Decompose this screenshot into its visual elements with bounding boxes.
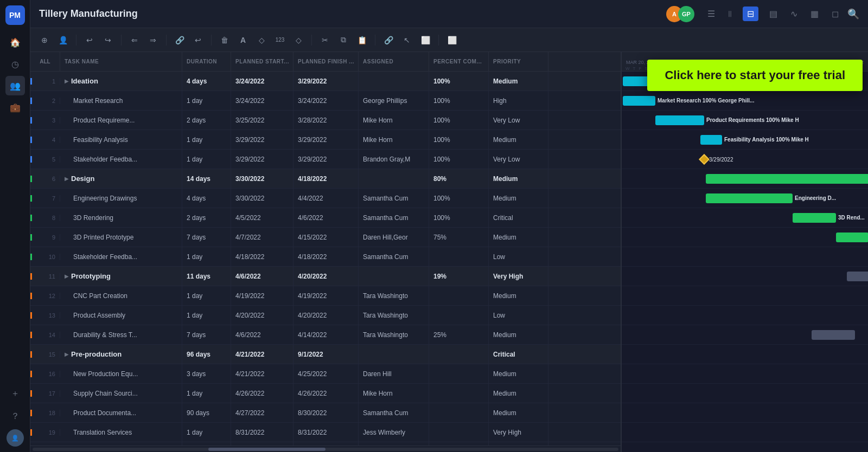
table-row[interactable]: 16New Production Equ...3 days4/21/20224/… (30, 364, 621, 384)
gantt-bar[interactable]: Market Research 100% George Phill... (623, 96, 655, 106)
undo-button[interactable]: ↩ (82, 33, 97, 48)
col-header-assigned[interactable]: ASSIGNED (359, 52, 429, 71)
table-row[interactable]: 5Stakeholder Feedba...1 day3/29/20223/29… (30, 150, 621, 169)
gantt-bar[interactable]: 3D Rend... (793, 213, 836, 223)
table-row[interactable]: 10Stakeholder Feedba...1 day4/18/20224/1… (30, 247, 621, 267)
task-name-cell[interactable]: Translation Services (60, 423, 182, 442)
task-name-cell[interactable]: Engineering Drawings (60, 189, 182, 208)
table-row[interactable]: 14Durability & Stress T...7 days4/6/2022… (30, 325, 621, 345)
gantt-full-icon[interactable]: ⊟ (743, 7, 758, 21)
table-row[interactable]: 4Feasibility Analysis1 day3/29/20223/29/… (30, 130, 621, 150)
task-name-cell[interactable]: Supply Chain Sourci... (60, 384, 182, 403)
table-row[interactable]: 6▶Design14 days3/30/20224/18/202280%Medi… (30, 169, 621, 189)
task-name-cell[interactable]: 3D Printed Prototype (60, 228, 182, 247)
col-header-finish[interactable]: PLANNED FINISH ... (293, 52, 359, 71)
free-trial-banner[interactable]: Click here to start your free trial (647, 60, 863, 91)
calendar-view-icon[interactable]: ▦ (808, 7, 821, 21)
search-icon[interactable]: 🔍 (847, 8, 859, 20)
task-name-cell[interactable]: ▶Ideation (60, 72, 182, 91)
task-name-cell[interactable]: New Production Equ... (60, 364, 182, 383)
table-row[interactable]: 15▶Pre-production96 days4/21/20229/1/202… (30, 345, 621, 364)
document-view-icon[interactable]: ◻ (829, 7, 841, 21)
col-header-percent[interactable]: PERCENT COM... (429, 52, 489, 71)
sidebar-add-workspace[interactable]: ＋ (5, 384, 25, 403)
group-toggle-icon[interactable]: ▶ (65, 273, 69, 279)
link2-button[interactable]: 🔗 (381, 33, 396, 48)
percent-cell (429, 364, 489, 383)
table-view-icon[interactable]: ▤ (767, 7, 780, 21)
add-task-button[interactable]: ⊕ (37, 33, 52, 48)
gantt-bar[interactable] (706, 174, 868, 184)
link-button[interactable]: 🔗 (172, 33, 187, 48)
task-name-cell[interactable]: 3D Rendering (60, 208, 182, 227)
numbering-button[interactable]: 123 (272, 33, 288, 48)
gantt-bar[interactable] (847, 272, 868, 281)
table-row[interactable]: 18Product Documenta...90 days4/27/20228/… (30, 403, 621, 423)
gantt-bar[interactable]: Product Requirements 100% Mike H (655, 115, 704, 125)
table-row[interactable]: 1▶Ideation4 days3/24/20223/29/2022100%Me… (30, 72, 621, 91)
gantt-bar[interactable] (836, 233, 868, 242)
horizontal-scrollbar[interactable] (30, 445, 621, 452)
fill-button[interactable]: ◇ (254, 33, 269, 48)
sidebar-profile[interactable]: 👤 (7, 429, 24, 447)
task-name-cell[interactable]: Stakeholder Feedba... (60, 247, 182, 266)
table-row[interactable]: 93D Printed Prototype7 days4/7/20224/15/… (30, 228, 621, 247)
unlink-button[interactable]: ↩ (190, 33, 206, 48)
shape-button[interactable]: ◇ (291, 33, 306, 48)
col-header-all[interactable]: ALL (30, 52, 60, 71)
more-button[interactable]: ⬜ (444, 33, 459, 48)
task-name-cell[interactable]: ▶Design (60, 169, 182, 188)
task-name-cell[interactable]: Stakeholder Feedba... (60, 150, 182, 169)
table-row[interactable]: 2Market Research1 day3/24/20223/24/2022G… (30, 91, 621, 111)
col-header-duration[interactable]: DURATION (182, 52, 231, 71)
table-row[interactable]: 13Product Assembly1 day4/20/20224/20/202… (30, 306, 621, 325)
table-row[interactable]: 3Product Requireme...2 days3/25/20223/28… (30, 111, 621, 130)
font-button[interactable]: A (235, 33, 251, 48)
sidebar-item-people[interactable]: 👥 (5, 76, 25, 95)
paste-button[interactable]: 📋 (354, 33, 369, 48)
task-name-cell[interactable]: ▶Pre-production (60, 345, 182, 364)
gantt-bar[interactable]: Engineering D... (706, 193, 793, 203)
task-name-cell[interactable]: ▶Prototyping (60, 267, 182, 286)
table-row[interactable]: 11▶Prototyping11 days4/6/20224/20/202219… (30, 267, 621, 286)
col-header-task[interactable]: TASK NAME (60, 52, 182, 71)
task-name-cell[interactable]: Feasibility Analysis (60, 130, 182, 149)
gantt-bar[interactable] (812, 330, 855, 340)
task-name-cell[interactable]: Product Requireme... (60, 111, 182, 130)
app-logo[interactable]: PM (5, 5, 25, 25)
col-header-start[interactable]: PLANNED START... (231, 52, 293, 71)
group-toggle-icon[interactable]: ▶ (65, 78, 69, 84)
task-name-cell[interactable]: CNC Part Creation (60, 286, 182, 305)
chart-view-icon[interactable]: ∿ (788, 7, 800, 21)
task-name-cell[interactable]: Durability & Stress T... (60, 325, 182, 344)
scrollbar-track[interactable] (33, 448, 618, 451)
delete-button[interactable]: 🗑 (217, 33, 232, 48)
gantt-bar[interactable]: Feasibility Analysis 100% Mike H (700, 135, 722, 145)
arrow-button[interactable]: ↖ (399, 33, 414, 48)
group-toggle-icon[interactable]: ▶ (65, 176, 69, 182)
sidebar-help[interactable]: ？ (5, 406, 25, 426)
task-name-cell[interactable]: Product Assembly (60, 306, 182, 325)
table-row[interactable]: 12CNC Part Creation1 day4/19/20224/19/20… (30, 286, 621, 306)
group-toggle-icon[interactable]: ▶ (65, 351, 69, 357)
task-name-cell[interactable]: Product Documenta... (60, 403, 182, 422)
sidebar-item-recent[interactable]: ◷ (5, 54, 25, 74)
add-person-button[interactable]: 👤 (55, 33, 71, 48)
task-name-cell[interactable]: Market Research (60, 91, 182, 110)
list-view-icon[interactable]: ☰ (705, 7, 717, 21)
table-row[interactable]: 7Engineering Drawings4 days3/30/20224/4/… (30, 189, 621, 208)
copy-button[interactable]: ⧉ (336, 33, 351, 48)
table-row[interactable]: 19Translation Services1 day8/31/20228/31… (30, 423, 621, 442)
redo-button[interactable]: ↪ (100, 33, 116, 48)
outdent-button[interactable]: ⇐ (127, 33, 142, 48)
cut-button[interactable]: ✂ (317, 33, 333, 48)
scrollbar-thumb[interactable] (208, 448, 326, 451)
sidebar-item-projects[interactable]: 💼 (5, 98, 25, 117)
col-header-priority[interactable]: PRIORITY (489, 52, 548, 71)
box-button[interactable]: ⬜ (418, 33, 433, 48)
indent-button[interactable]: ⇒ (145, 33, 161, 48)
table-row[interactable]: 83D Rendering2 days4/5/20224/6/2022Saman… (30, 208, 621, 228)
sidebar-item-home[interactable]: 🏠 (5, 33, 25, 52)
gantt-compact-icon[interactable]: ⫴ (726, 7, 734, 21)
table-row[interactable]: 17Supply Chain Sourci...1 day4/26/20224/… (30, 384, 621, 403)
